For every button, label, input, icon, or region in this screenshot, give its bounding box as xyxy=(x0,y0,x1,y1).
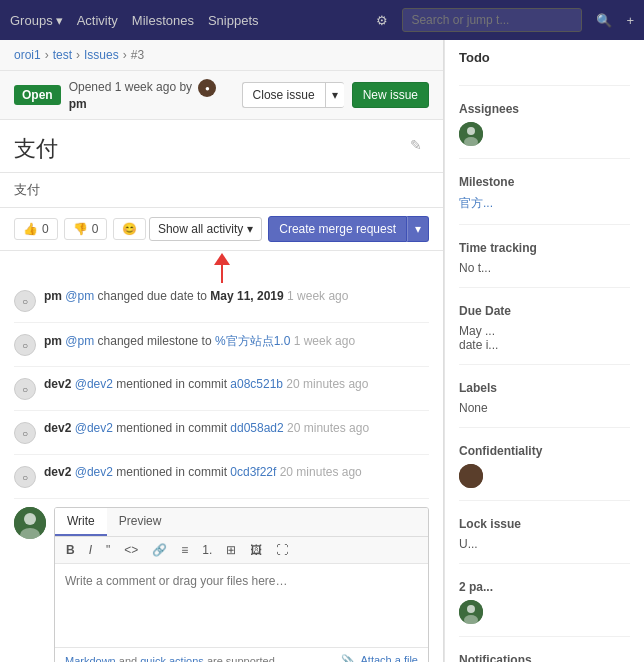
main-content: oroi1 › test › Issues › #3 Open Opened 1… xyxy=(0,40,444,662)
activity-action-1: changed milestone to xyxy=(98,334,215,348)
comment-textarea[interactable] xyxy=(55,564,428,644)
sidebar-assignees: Assignees xyxy=(459,102,630,159)
vote-area: 👍 0 👎 0 😊 xyxy=(14,218,146,240)
nav-milestones[interactable]: Milestones xyxy=(132,13,194,28)
breadcrumb-project[interactable]: test xyxy=(53,48,72,62)
sidebar-lock: Lock issue U... xyxy=(459,517,630,564)
thumbup-button[interactable]: 👍 0 xyxy=(14,218,58,240)
breadcrumb-issues[interactable]: Issues xyxy=(84,48,119,62)
link-tool[interactable]: 🔗 xyxy=(147,541,172,559)
edit-icon[interactable]: ✎ xyxy=(403,134,429,156)
are-supported-text: are supported xyxy=(207,655,275,663)
sidebar-due: Due Date May ... date i... xyxy=(459,304,630,365)
groups-chevron: ▾ xyxy=(56,13,63,28)
bold-tool[interactable]: B xyxy=(61,541,80,559)
image-tool[interactable]: 🖼 xyxy=(245,541,267,559)
activity-list: ○ pm @pm changed due date to May 11, 201… xyxy=(0,279,443,499)
attach-file-button[interactable]: 📎 Attach a file xyxy=(341,654,418,662)
confidential-avatar xyxy=(459,464,483,488)
activity-user-2: dev2 xyxy=(44,377,71,391)
preview-tab[interactable]: Preview xyxy=(107,508,174,536)
editor-tabs: Write Preview xyxy=(55,508,428,537)
activity-detail-4[interactable]: 0cd3f22f xyxy=(230,465,276,479)
close-issue-btn-group: Close issue ▾ xyxy=(242,82,344,108)
editor-toolbar: B I " <> 🔗 ≡ 1. ⊞ 🖼 ⛶ xyxy=(55,537,428,564)
activity-text-2: dev2 @dev2 mentioned in commit a08c521b … xyxy=(44,377,368,391)
milestone-link[interactable]: 官方... xyxy=(459,196,493,210)
unordered-list-tool[interactable]: ≡ xyxy=(176,541,193,559)
emoji-button[interactable]: 😊 xyxy=(113,218,146,240)
participants-label: 2 pa... xyxy=(459,580,630,594)
table-tool[interactable]: ⊞ xyxy=(221,541,241,559)
ordered-list-tool[interactable]: 1. xyxy=(197,541,217,559)
commenter-avatar xyxy=(14,507,46,539)
activity-action-3: mentioned in commit xyxy=(116,421,230,435)
activity-icon-3: ○ xyxy=(14,422,36,444)
quick-actions-link[interactable]: quick actions xyxy=(140,655,204,663)
activity-handle-2[interactable]: @dev2 xyxy=(75,377,113,391)
plus-icon[interactable]: + xyxy=(626,13,634,28)
comment-area: Write Preview B I " <> 🔗 ≡ 1. ⊞ 🖼 ⛶ xyxy=(0,499,443,662)
labels-value: None xyxy=(459,401,630,415)
assignees-value xyxy=(459,122,630,146)
time-label: Time tracking xyxy=(459,241,630,255)
page-layout: oroi1 › test › Issues › #3 Open Opened 1… xyxy=(0,40,644,662)
activity-user-3: dev2 xyxy=(44,421,71,435)
new-issue-button[interactable]: New issue xyxy=(352,82,429,108)
italic-tool[interactable]: I xyxy=(84,541,97,559)
nav-activity[interactable]: Activity xyxy=(77,13,118,28)
create-merge-request-button[interactable]: Create merge request xyxy=(268,216,407,242)
breadcrumb-org[interactable]: oroi1 xyxy=(14,48,41,62)
activity-handle-0[interactable]: @pm xyxy=(65,289,94,303)
activity-icon-1: ○ xyxy=(14,334,36,356)
activity-action-2: mentioned in commit xyxy=(116,377,230,391)
nav-settings-icon[interactable]: ⚙ xyxy=(376,13,388,28)
issue-description: 支付 xyxy=(0,173,443,208)
groups-label: Groups xyxy=(10,13,53,28)
activity-handle-1[interactable]: @pm xyxy=(65,334,94,348)
issue-title: 支付 xyxy=(14,134,58,164)
right-sidebar: Todo Assignees Milestone 官方... Time trac… xyxy=(444,40,644,662)
issue-meta: Opened 1 week ago by ● pm xyxy=(69,79,234,111)
search-input[interactable] xyxy=(402,8,582,32)
issue-status-badge: Open xyxy=(14,85,61,105)
activity-action-4: mentioned in commit xyxy=(116,465,230,479)
close-issue-caret[interactable]: ▾ xyxy=(325,82,344,108)
create-merge-caret[interactable]: ▾ xyxy=(407,216,429,242)
nav-groups[interactable]: Groups ▾ xyxy=(10,13,63,28)
activity-time-1: 1 week ago xyxy=(294,334,355,348)
activity-detail-3[interactable]: dd058ad2 xyxy=(230,421,283,435)
notifications-label: Notifications xyxy=(459,653,630,662)
sidebar-labels: Labels None xyxy=(459,381,630,428)
activity-time-4: 20 minutes ago xyxy=(280,465,362,479)
activity-handle-3[interactable]: @dev2 xyxy=(75,421,113,435)
quote-tool[interactable]: " xyxy=(101,541,115,559)
activity-text-3: dev2 @dev2 mentioned in commit dd058ad2 … xyxy=(44,421,369,435)
activity-text-4: dev2 @dev2 mentioned in commit 0cd3f22f … xyxy=(44,465,362,479)
top-nav: Groups ▾ Activity Milestones Snippets ⚙ … xyxy=(0,0,644,40)
milestones-label: Milestones xyxy=(132,13,194,28)
milestone-value[interactable]: 官方... xyxy=(459,195,630,212)
nav-snippets[interactable]: Snippets xyxy=(208,13,259,28)
breadcrumb-sep1: › xyxy=(45,48,49,62)
markdown-link[interactable]: Markdown xyxy=(65,655,116,663)
sidebar-today-label: Todo xyxy=(459,50,630,65)
activity-icon-4: ○ xyxy=(14,466,36,488)
fullscreen-tool[interactable]: ⛶ xyxy=(271,541,293,559)
close-issue-button[interactable]: Close issue xyxy=(242,82,325,108)
search-icon[interactable]: 🔍 xyxy=(596,13,612,28)
breadcrumb-number: #3 xyxy=(131,48,144,62)
show-all-activity-dropdown[interactable]: Show all activity ▾ xyxy=(149,217,262,241)
activity-icon-2: ○ xyxy=(14,378,36,400)
svg-point-4 xyxy=(467,127,475,135)
write-tab[interactable]: Write xyxy=(55,508,107,536)
sidebar-notifications: Notifications xyxy=(459,653,630,662)
activity-detail-1[interactable]: %官方站点1.0 xyxy=(215,334,290,348)
thumbdown-button[interactable]: 👎 0 xyxy=(64,218,108,240)
activity-bar: 👍 0 👎 0 😊 Show all activity ▾ Create mer… xyxy=(0,208,443,251)
code-tool[interactable]: <> xyxy=(119,541,143,559)
activity-handle-4[interactable]: @dev2 xyxy=(75,465,113,479)
issue-author: pm xyxy=(69,97,87,111)
activity-detail-2[interactable]: a08c521b xyxy=(230,377,283,391)
activity-item-3: ○ dev2 @dev2 mentioned in commit dd058ad… xyxy=(14,411,429,455)
